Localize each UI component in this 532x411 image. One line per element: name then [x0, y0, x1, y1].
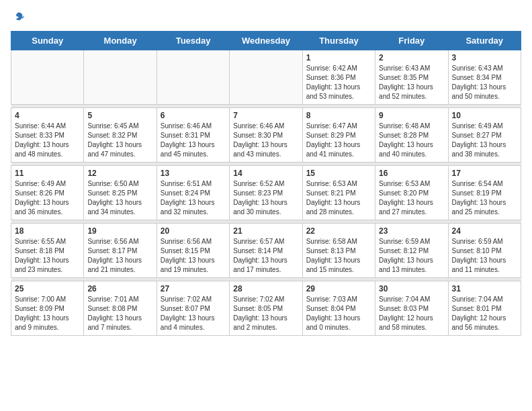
calendar-cell: 23Sunrise: 6:59 AM Sunset: 8:12 PM Dayli… — [375, 224, 448, 278]
day-info: Sunrise: 6:59 AM Sunset: 8:10 PM Dayligh… — [452, 237, 517, 275]
calendar-week-row: 11Sunrise: 6:49 AM Sunset: 8:26 PM Dayli… — [11, 166, 521, 220]
day-number: 23 — [379, 226, 444, 236]
calendar-cell — [157, 50, 229, 105]
day-info: Sunrise: 6:46 AM Sunset: 8:31 PM Dayligh… — [161, 122, 226, 159]
day-info: Sunrise: 6:43 AM Sunset: 8:35 PM Dayligh… — [379, 64, 444, 101]
day-header-saturday: Saturday — [448, 32, 521, 50]
calendar-cell: 7Sunrise: 6:46 AM Sunset: 8:30 PM Daylig… — [230, 108, 302, 163]
day-number: 28 — [233, 284, 298, 293]
day-info: Sunrise: 6:59 AM Sunset: 8:12 PM Dayligh… — [379, 237, 444, 275]
day-info: Sunrise: 7:00 AM Sunset: 8:09 PM Dayligh… — [15, 295, 80, 332]
day-number: 3 — [452, 53, 517, 62]
day-info: Sunrise: 6:43 AM Sunset: 8:34 PM Dayligh… — [452, 64, 517, 101]
calendar-cell: 19Sunrise: 6:56 AM Sunset: 8:17 PM Dayli… — [84, 224, 157, 278]
day-number: 29 — [306, 284, 371, 293]
day-info: Sunrise: 6:56 AM Sunset: 8:17 PM Dayligh… — [87, 237, 152, 275]
page-header — [11, 11, 521, 24]
day-number: 31 — [452, 284, 517, 293]
calendar-cell: 21Sunrise: 6:57 AM Sunset: 8:14 PM Dayli… — [230, 224, 302, 278]
calendar-cell: 3Sunrise: 6:43 AM Sunset: 8:34 PM Daylig… — [448, 50, 521, 105]
day-number: 11 — [15, 169, 80, 178]
day-number: 30 — [379, 284, 444, 293]
day-header-tuesday: Tuesday — [157, 32, 229, 50]
day-number: 21 — [233, 226, 298, 236]
calendar-cell: 10Sunrise: 6:49 AM Sunset: 8:27 PM Dayli… — [448, 108, 521, 163]
day-info: Sunrise: 7:03 AM Sunset: 8:04 PM Dayligh… — [306, 295, 371, 332]
day-number: 9 — [379, 111, 444, 120]
day-number: 6 — [161, 111, 226, 120]
calendar-week-row: 18Sunrise: 6:55 AM Sunset: 8:18 PM Dayli… — [11, 224, 521, 278]
calendar-cell: 9Sunrise: 6:48 AM Sunset: 8:28 PM Daylig… — [375, 108, 448, 163]
calendar-cell: 17Sunrise: 6:54 AM Sunset: 8:19 PM Dayli… — [448, 166, 521, 220]
calendar-week-row: 25Sunrise: 7:00 AM Sunset: 8:09 PM Dayli… — [11, 281, 521, 336]
day-number: 26 — [87, 284, 152, 293]
day-number: 2 — [379, 53, 444, 62]
day-info: Sunrise: 6:49 AM Sunset: 8:26 PM Dayligh… — [15, 179, 80, 217]
calendar-cell: 12Sunrise: 6:50 AM Sunset: 8:25 PM Dayli… — [84, 166, 157, 220]
day-info: Sunrise: 6:48 AM Sunset: 8:28 PM Dayligh… — [379, 122, 444, 159]
day-number: 20 — [161, 226, 226, 236]
day-info: Sunrise: 6:58 AM Sunset: 8:13 PM Dayligh… — [306, 237, 371, 275]
calendar-cell — [11, 50, 84, 105]
calendar-cell: 25Sunrise: 7:00 AM Sunset: 8:09 PM Dayli… — [11, 281, 84, 336]
day-number: 15 — [306, 169, 371, 178]
day-info: Sunrise: 6:45 AM Sunset: 8:32 PM Dayligh… — [87, 122, 152, 159]
day-number: 17 — [452, 169, 517, 178]
day-info: Sunrise: 6:47 AM Sunset: 8:29 PM Dayligh… — [306, 122, 371, 159]
day-number: 13 — [161, 169, 226, 178]
day-info: Sunrise: 7:04 AM Sunset: 8:03 PM Dayligh… — [379, 295, 444, 332]
day-info: Sunrise: 6:56 AM Sunset: 8:15 PM Dayligh… — [161, 237, 226, 275]
day-number: 8 — [306, 111, 371, 120]
calendar-cell: 20Sunrise: 6:56 AM Sunset: 8:15 PM Dayli… — [157, 224, 229, 278]
calendar-cell: 22Sunrise: 6:58 AM Sunset: 8:13 PM Dayli… — [302, 224, 375, 278]
day-number: 1 — [306, 53, 371, 62]
day-info: Sunrise: 7:02 AM Sunset: 8:07 PM Dayligh… — [161, 295, 226, 332]
calendar-cell: 13Sunrise: 6:51 AM Sunset: 8:24 PM Dayli… — [157, 166, 229, 220]
calendar-header-row: SundayMondayTuesdayWednesdayThursdayFrid… — [11, 32, 521, 50]
day-info: Sunrise: 6:44 AM Sunset: 8:33 PM Dayligh… — [15, 122, 80, 159]
day-number: 10 — [452, 111, 517, 120]
calendar-week-row: 4Sunrise: 6:44 AM Sunset: 8:33 PM Daylig… — [11, 108, 521, 163]
day-header-friday: Friday — [375, 32, 448, 50]
calendar-cell: 30Sunrise: 7:04 AM Sunset: 8:03 PM Dayli… — [375, 281, 448, 336]
logo — [11, 11, 26, 24]
day-header-monday: Monday — [84, 32, 157, 50]
day-number: 24 — [452, 226, 517, 236]
day-info: Sunrise: 6:42 AM Sunset: 8:36 PM Dayligh… — [306, 64, 371, 101]
day-header-thursday: Thursday — [302, 32, 375, 50]
calendar-week-row: 1Sunrise: 6:42 AM Sunset: 8:36 PM Daylig… — [11, 50, 521, 105]
day-info: Sunrise: 6:52 AM Sunset: 8:23 PM Dayligh… — [233, 179, 298, 217]
calendar-cell: 4Sunrise: 6:44 AM Sunset: 8:33 PM Daylig… — [11, 108, 84, 163]
day-number: 4 — [15, 111, 80, 120]
calendar-cell: 28Sunrise: 7:02 AM Sunset: 8:05 PM Dayli… — [230, 281, 302, 336]
calendar-cell: 27Sunrise: 7:02 AM Sunset: 8:07 PM Dayli… — [157, 281, 229, 336]
calendar-cell: 24Sunrise: 6:59 AM Sunset: 8:10 PM Dayli… — [448, 224, 521, 278]
calendar-cell — [230, 50, 302, 105]
day-info: Sunrise: 6:49 AM Sunset: 8:27 PM Dayligh… — [452, 122, 517, 159]
calendar-cell — [84, 50, 157, 105]
day-info: Sunrise: 6:53 AM Sunset: 8:20 PM Dayligh… — [379, 179, 444, 217]
day-number: 27 — [161, 284, 226, 293]
day-header-sunday: Sunday — [11, 32, 84, 50]
day-number: 7 — [233, 111, 298, 120]
calendar-cell: 11Sunrise: 6:49 AM Sunset: 8:26 PM Dayli… — [11, 166, 84, 220]
day-number: 12 — [87, 169, 152, 178]
calendar-cell: 15Sunrise: 6:53 AM Sunset: 8:21 PM Dayli… — [302, 166, 375, 220]
day-info: Sunrise: 7:01 AM Sunset: 8:08 PM Dayligh… — [87, 295, 152, 332]
day-info: Sunrise: 6:46 AM Sunset: 8:30 PM Dayligh… — [233, 122, 298, 159]
day-number: 22 — [306, 226, 371, 236]
day-number: 25 — [15, 284, 80, 293]
calendar-cell: 14Sunrise: 6:52 AM Sunset: 8:23 PM Dayli… — [230, 166, 302, 220]
calendar-cell: 31Sunrise: 7:04 AM Sunset: 8:01 PM Dayli… — [448, 281, 521, 336]
calendar-cell: 18Sunrise: 6:55 AM Sunset: 8:18 PM Dayli… — [11, 224, 84, 278]
day-info: Sunrise: 6:54 AM Sunset: 8:19 PM Dayligh… — [452, 179, 517, 217]
day-number: 5 — [87, 111, 152, 120]
calendar-cell: 2Sunrise: 6:43 AM Sunset: 8:35 PM Daylig… — [375, 50, 448, 105]
calendar-cell: 6Sunrise: 6:46 AM Sunset: 8:31 PM Daylig… — [157, 108, 229, 163]
day-info: Sunrise: 6:53 AM Sunset: 8:21 PM Dayligh… — [306, 179, 371, 217]
calendar-cell: 5Sunrise: 6:45 AM Sunset: 8:32 PM Daylig… — [84, 108, 157, 163]
day-info: Sunrise: 7:02 AM Sunset: 8:05 PM Dayligh… — [233, 295, 298, 332]
day-number: 16 — [379, 169, 444, 178]
calendar-cell: 1Sunrise: 6:42 AM Sunset: 8:36 PM Daylig… — [302, 50, 375, 105]
calendar-cell: 8Sunrise: 6:47 AM Sunset: 8:29 PM Daylig… — [302, 108, 375, 163]
